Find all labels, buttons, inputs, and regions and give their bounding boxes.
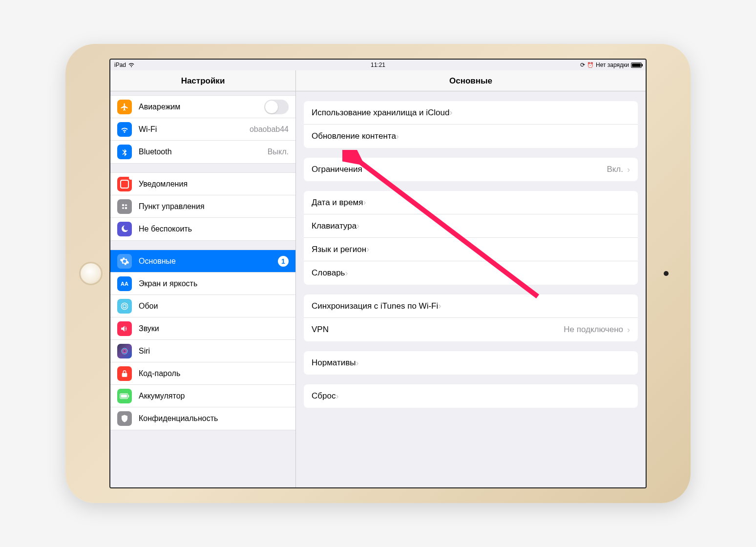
detail-item-datetime[interactable]: Дата и время ›: [304, 191, 638, 214]
screen: iPad 11:21 ⟳ ⏰ Нет зарядки Настройки: [109, 59, 647, 488]
sidebar-item-label: Пункт управления: [139, 202, 205, 211]
sidebar-item-label: Звуки: [139, 324, 159, 333]
charge-label: Нет зарядки: [596, 62, 629, 68]
control-center-icon: [117, 199, 132, 214]
detail-item-label: Дата и время: [312, 198, 363, 208]
detail-item-label: Синхронизация с iTunes по Wi-Fi: [312, 301, 438, 311]
detail-item-itunes[interactable]: Синхронизация с iTunes по Wi-Fi ›: [304, 295, 638, 318]
passcode-icon: [117, 366, 132, 381]
detail-item-bgrefresh[interactable]: Обновление контента ›: [304, 125, 638, 148]
device-label: iPad: [114, 62, 126, 68]
privacy-icon: [117, 411, 132, 426]
sidebar-item-general[interactable]: Основные 1: [110, 250, 295, 273]
chevron-right-icon: ›: [627, 325, 630, 335]
svg-rect-10: [121, 394, 127, 398]
chevron-right-icon: ›: [449, 107, 452, 118]
svg-rect-1: [125, 204, 127, 206]
detail-body[interactable]: Использование хранилища и iCloud › Обнов…: [296, 91, 646, 487]
detail-item-storage[interactable]: Использование хранилища и iCloud ›: [304, 101, 638, 125]
svg-point-5: [123, 304, 126, 308]
status-bar: iPad 11:21 ⟳ ⏰ Нет зарядки: [110, 60, 646, 70]
sidebar-item-label: Авиарежим: [139, 103, 180, 111]
battery-settings-icon: [117, 389, 132, 403]
sidebar-item-label: Основные: [139, 257, 176, 266]
sidebar-item-label: Уведомления: [139, 180, 188, 189]
display-icon: AA: [117, 276, 132, 291]
sidebar-item-wallpaper[interactable]: Обои: [110, 295, 295, 317]
rotation-lock-icon: ⟳: [580, 62, 585, 68]
battery-icon: [631, 63, 642, 68]
sidebar-item-display[interactable]: AA Экран и яркость: [110, 273, 295, 295]
sidebar-item-bluetooth[interactable]: Bluetooth Выкл.: [110, 141, 295, 163]
notifications-icon: [117, 177, 132, 191]
sidebar-item-label: Код-пароль: [139, 369, 180, 378]
chevron-right-icon: ›: [363, 197, 366, 208]
detail-item-label: Язык и регион: [312, 245, 366, 254]
chevron-right-icon: ›: [396, 131, 399, 142]
sidebar-item-passcode[interactable]: Код-пароль: [110, 362, 295, 385]
svg-rect-2: [122, 207, 125, 209]
detail-item-label: Ограничения: [312, 165, 362, 174]
chevron-right-icon: ›: [627, 165, 630, 175]
detail-item-reset[interactable]: Сброс ›: [304, 384, 638, 408]
sidebar-item-notifications[interactable]: Уведомления: [110, 173, 295, 195]
svg-point-4: [121, 303, 127, 309]
sidebar-item-label: Siri: [139, 347, 150, 356]
vpn-value: Не подключено: [564, 325, 623, 335]
bluetooth-value: Выкл.: [268, 147, 289, 156]
detail-item-dictionary[interactable]: Словарь ›: [304, 261, 638, 285]
sidebar-item-privacy[interactable]: Конфиденциальность: [110, 407, 295, 430]
chevron-right-icon: ›: [357, 221, 359, 231]
sidebar-item-label: Обои: [139, 302, 158, 311]
detail-item-label: Нормативы: [312, 358, 356, 368]
detail-item-restrictions[interactable]: Ограничения Вкл. ›: [304, 158, 638, 181]
sidebar-item-label: Экран и яркость: [139, 279, 197, 288]
siri-icon: [117, 344, 132, 358]
detail-item-label: Клавиатура: [312, 221, 357, 231]
sidebar-item-control-center[interactable]: Пункт управления: [110, 195, 295, 218]
airplane-icon: [117, 100, 132, 114]
dnd-icon: [117, 222, 132, 236]
svg-point-6: [122, 348, 127, 354]
sidebar-item-label: Конфиденциальность: [139, 414, 218, 423]
sidebar-title: Настройки: [110, 70, 295, 91]
settings-sidebar: Настройки Авиарежим: [110, 70, 296, 487]
detail-item-regulatory[interactable]: Нормативы ›: [304, 351, 638, 375]
sidebar-item-airplane[interactable]: Авиарежим: [110, 96, 295, 118]
general-badge: 1: [278, 256, 289, 267]
sidebar-item-label: Wi-Fi: [139, 125, 157, 134]
bluetooth-icon: [117, 145, 132, 159]
chevron-right-icon: ›: [438, 301, 441, 311]
sidebar-item-wifi[interactable]: Wi-Fi obaobab44: [110, 118, 295, 141]
chevron-right-icon: ›: [336, 391, 338, 401]
detail-item-label: Обновление контента: [312, 131, 396, 141]
chevron-right-icon: ›: [345, 268, 348, 278]
ipad-frame: iPad 11:21 ⟳ ⏰ Нет зарядки Настройки: [65, 44, 691, 503]
restrictions-value: Вкл.: [607, 165, 623, 174]
sidebar-item-label: Не беспокоить: [139, 225, 192, 233]
svg-rect-9: [128, 395, 129, 397]
detail-item-label: Сброс: [312, 391, 336, 401]
sidebar-body[interactable]: Авиарежим Wi-Fi obaobab44: [110, 91, 295, 487]
detail-title: Основные: [296, 70, 646, 91]
sounds-icon: [117, 321, 132, 336]
gear-icon: [117, 254, 132, 269]
sidebar-item-sounds[interactable]: Звуки: [110, 317, 295, 340]
wifi-value: obaobab44: [250, 125, 289, 134]
chevron-right-icon: ›: [366, 244, 369, 254]
detail-item-keyboard[interactable]: Клавиатура ›: [304, 214, 638, 238]
sidebar-item-battery[interactable]: Аккумулятор: [110, 385, 295, 407]
detail-item-label: Словарь: [312, 268, 345, 278]
detail-item-label: Использование хранилища и iCloud: [312, 108, 449, 118]
wifi-settings-icon: [117, 122, 132, 137]
airplane-toggle[interactable]: [264, 100, 289, 114]
svg-point-3: [125, 207, 127, 209]
detail-item-language[interactable]: Язык и регион ›: [304, 238, 638, 261]
sidebar-item-label: Аккумулятор: [139, 392, 185, 400]
detail-pane: Основные Использование хранилища и iClou…: [296, 70, 646, 487]
sidebar-item-siri[interactable]: Siri: [110, 340, 295, 362]
clock: 11:21: [371, 62, 385, 68]
sidebar-item-dnd[interactable]: Не беспокоить: [110, 218, 295, 240]
detail-item-vpn[interactable]: VPN Не подключено ›: [304, 318, 638, 341]
home-button[interactable]: [79, 262, 103, 285]
